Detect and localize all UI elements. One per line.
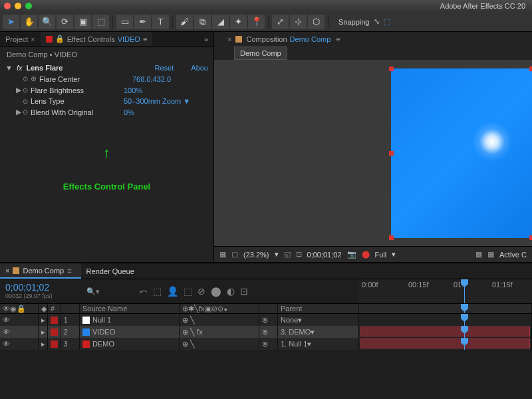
auto-keyframe-icon[interactable]: ⊡	[240, 286, 248, 297]
parent-menu[interactable]: 1. Null 1	[281, 340, 307, 348]
nested-comp-tab[interactable]: Demo Comp	[234, 47, 287, 60]
expand-layer-icon[interactable]: ▸	[41, 328, 45, 336]
rotation-tool[interactable]: ⟳	[57, 15, 73, 29]
snapping-bounds-icon[interactable]: ⬚	[384, 17, 390, 26]
switches[interactable]: ⊕ ╲ fx	[182, 328, 203, 336]
about-link[interactable]: Abou	[191, 64, 208, 72]
graph-editor-icon[interactable]: ⬤	[211, 286, 221, 297]
brainstorm-icon[interactable]: ◐	[227, 286, 235, 297]
project-tab[interactable]: Project ×	[0, 33, 41, 46]
label-color[interactable]	[51, 329, 58, 336]
timeline-layer[interactable]: 👁 ▸ 2 VIDEO ⊕ ╲ fx ⊚ 3. DEMO▾	[0, 326, 532, 338]
stopwatch-icon[interactable]: ⊙	[23, 75, 28, 82]
toggle-alpha-icon[interactable]: ▦	[219, 250, 226, 259]
parent-menu[interactable]: None	[281, 316, 298, 324]
property-value[interactable]: 768.0,432.0	[132, 75, 171, 83]
property-expand-icon[interactable]: ▶	[16, 108, 23, 116]
view-menu[interactable]: Active C	[499, 251, 527, 259]
resolution-dropdown-icon[interactable]: ▾	[392, 250, 396, 259]
axis-world-icon[interactable]: ⊹	[290, 15, 307, 29]
switches[interactable]: ⊕ ╲	[182, 340, 195, 348]
brush-tool[interactable]: 🖌	[176, 15, 193, 29]
show-channel-icon[interactable]: ⬤	[362, 250, 370, 259]
playhead-line[interactable]	[464, 304, 465, 313]
layer-timebar[interactable]	[360, 338, 530, 348]
handle-top-left[interactable]	[389, 66, 394, 71]
snapping-toggle-icon[interactable]: ⤡	[374, 17, 380, 26]
canvas[interactable]	[391, 68, 532, 238]
zoom-level[interactable]: (23.2%)	[243, 251, 269, 259]
handle-mid-left[interactable]	[389, 151, 394, 156]
pan-behind-tool[interactable]: ⬚	[92, 15, 109, 29]
stopwatch-icon[interactable]: ⊙	[23, 98, 28, 105]
rectangle-tool[interactable]: ▭	[116, 15, 133, 29]
parent-pickwhip-icon[interactable]: ⊚	[262, 340, 268, 348]
frame-blend-icon[interactable]: ⬚	[184, 286, 192, 297]
property-expand-icon[interactable]: ▶	[16, 86, 23, 94]
source-name-column[interactable]: Source Name	[80, 304, 180, 313]
effect-controls-tab[interactable]: 🔒 Effect Controls VIDEO ≡	[41, 32, 153, 46]
effect-controls-item[interactable]: VIDEO	[118, 35, 140, 43]
resolution-menu[interactable]: Full	[375, 251, 387, 259]
zoom-dropdown-icon[interactable]: ▾	[275, 250, 279, 259]
parent-menu[interactable]: 3. DEMO	[281, 328, 311, 336]
reset-button[interactable]: Reset	[155, 64, 174, 72]
region-icon[interactable]: ▦	[487, 250, 494, 259]
panel-menu-icon[interactable]: ≡	[143, 35, 147, 43]
expand-layer-icon[interactable]: ▸	[41, 340, 45, 348]
type-tool[interactable]: T	[152, 15, 169, 29]
shy-icon[interactable]: 👤	[167, 286, 178, 297]
property-value[interactable]: 100%	[124, 86, 142, 94]
stopwatch-icon[interactable]: ⊙	[23, 108, 28, 116]
layer-name[interactable]: Null 1	[92, 316, 111, 324]
effect-name[interactable]: Lens Flare	[26, 64, 63, 72]
composition-viewer[interactable]	[214, 60, 532, 246]
layer-name[interactable]: DEMO	[92, 340, 114, 348]
handle-bottom-left[interactable]	[389, 235, 394, 240]
label-color[interactable]	[51, 340, 58, 348]
window-zoom[interactable]	[25, 3, 32, 9]
close-icon[interactable]: ×	[227, 35, 231, 43]
visibility-toggle[interactable]: 👁	[3, 328, 10, 336]
pen-tool[interactable]: ✒	[134, 15, 151, 29]
clone-tool[interactable]: ⧉	[194, 15, 211, 29]
close-icon[interactable]: ×	[5, 267, 9, 275]
expand-layer-icon[interactable]: ▸	[41, 316, 45, 325]
visibility-toggle[interactable]: 👁	[3, 340, 10, 348]
timeline-layer[interactable]: 👁 ▸ 3 DEMO ⊕ ╲ ⊚ 1. Null 1▾	[0, 338, 532, 350]
overflow-icon[interactable]: »	[199, 35, 213, 43]
switches[interactable]: ⊕ ╲	[182, 316, 195, 325]
comp-flowchart-icon[interactable]: ⤺	[140, 286, 148, 297]
camera-tool[interactable]: ▣	[74, 15, 91, 29]
stopwatch-icon[interactable]: ⊙	[23, 86, 28, 94]
property-value[interactable]: 0%	[124, 108, 134, 116]
label-color[interactable]	[51, 317, 58, 324]
toggle-colormgmt-icon[interactable]: ▢	[231, 250, 238, 259]
current-time[interactable]: 0;00;01;02	[5, 282, 81, 293]
layer-timebar[interactable]	[360, 327, 530, 336]
panel-menu-icon[interactable]: ≡	[67, 267, 71, 275]
selection-tool[interactable]: ➤	[3, 15, 19, 29]
parent-pickwhip-icon[interactable]: ⊚	[262, 316, 268, 325]
crosshair-icon[interactable]: ⊕	[31, 74, 37, 83]
search-icon[interactable]: 🔍▾	[86, 287, 100, 296]
axis-local-icon[interactable]: ⤢	[272, 15, 289, 29]
roto-tool[interactable]: ✦	[230, 15, 247, 29]
fx-toggle-icon[interactable]: fx	[17, 64, 23, 72]
panel-menu-icon[interactable]: ≡	[336, 35, 340, 43]
layer-name[interactable]: VIDEO	[92, 328, 115, 336]
draft3d-icon[interactable]: ⬚	[153, 286, 162, 297]
viewer-timecode[interactable]: 0;00;01;02	[307, 251, 342, 259]
effect-twirl-icon[interactable]: ▼	[5, 64, 13, 72]
parent-pickwhip-icon[interactable]: ⊚	[262, 328, 268, 336]
timeline-tab-comp[interactable]: × Demo Comp ≡	[0, 263, 81, 279]
motion-blur-icon[interactable]: ⊘	[198, 286, 205, 297]
snapshot-icon[interactable]: 📷	[347, 250, 356, 259]
resolution-icon[interactable]: ◱	[284, 250, 291, 259]
visibility-toggle[interactable]: 👁	[3, 316, 10, 324]
time-ruler[interactable]: 0:00f 00:15f 01: 01:15f	[359, 279, 532, 303]
puppet-tool[interactable]: 📍	[248, 15, 265, 29]
grid-icon[interactable]: ⊡	[296, 250, 302, 259]
handle-top-right[interactable]	[529, 66, 532, 71]
handle-bottom-right[interactable]	[529, 235, 532, 240]
